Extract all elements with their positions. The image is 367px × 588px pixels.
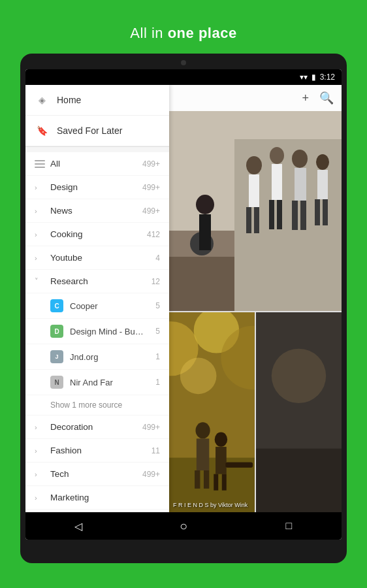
sidebar-divider	[25, 147, 169, 152]
tablet-screen: ▾▾ ▮ 3:12 ◈ Home 🔖 Saved For Later	[25, 69, 342, 540]
sidebar-top-nav: ◈ Home 🔖 Saved For Later	[25, 85, 169, 147]
svg-point-29	[195, 422, 210, 438]
svg-rect-5	[249, 174, 259, 207]
design-label: Design	[50, 182, 142, 192]
tech-label: Tech	[50, 469, 142, 479]
nir-label: Nir And Far	[70, 378, 147, 387]
main-toolbar: + 🔍	[169, 85, 342, 111]
chevron-right-decoration: ›	[35, 423, 45, 431]
sidebar-row-youtube[interactable]: › Youtube 4	[25, 246, 169, 270]
sidebar-row-research[interactable]: ˅ Research 12	[25, 270, 169, 293]
svg-rect-7	[254, 207, 259, 233]
photo-caption-text: F R I E N D S by Viktor Wink	[173, 502, 251, 508]
search-button[interactable]: 🔍	[319, 91, 334, 105]
yellow-photo-svg	[169, 312, 255, 512]
svg-rect-18	[315, 199, 320, 225]
chevron-right-marketing: ›	[35, 494, 45, 502]
nir-count: 1	[147, 378, 160, 387]
research-count: 12	[142, 277, 160, 286]
bookmark-icon: 🔖	[36, 125, 48, 137]
svg-point-4	[246, 156, 262, 174]
svg-rect-11	[277, 200, 282, 229]
chevron-right-cooking: ›	[35, 231, 45, 238]
svg-rect-6	[246, 207, 251, 233]
sidebar-row-all[interactable]: All 499+	[25, 152, 169, 176]
dark-photo-svg	[256, 312, 342, 512]
subitem-cooper[interactable]: C Cooper 5	[25, 293, 169, 319]
designmind-label: Design Mind - Business. Tec	[70, 327, 147, 336]
back-icon: ◁	[74, 520, 82, 532]
chevron-right-news: ›	[35, 207, 45, 215]
fashion-label: Fashion	[50, 446, 142, 455]
all-count: 499+	[142, 159, 160, 169]
decoration-label: Decoration	[50, 422, 142, 432]
tech-count: 499+	[142, 470, 160, 479]
cooking-count: 412	[142, 230, 160, 239]
marketing-label: Marketing	[50, 493, 142, 502]
header-title: All in one place	[130, 25, 236, 42]
sidebar-row-fashion[interactable]: › Fashion 11	[25, 439, 169, 463]
tablet-frame: ▾▾ ▮ 3:12 ◈ Home 🔖 Saved For Later	[20, 54, 347, 563]
jnd-icon: J	[50, 350, 63, 363]
svg-rect-22	[199, 214, 211, 250]
screen-content: ◈ Home 🔖 Saved For Later	[25, 85, 342, 512]
recents-icon: □	[285, 520, 292, 532]
svg-rect-19	[323, 199, 328, 225]
hamburger-icon	[35, 160, 45, 168]
add-button[interactable]: +	[302, 91, 309, 105]
saved-label: Saved For Later	[57, 125, 122, 136]
decoration-count: 499+	[142, 423, 160, 432]
jnd-label: Jnd.org	[70, 352, 147, 362]
sidebar-row-tech[interactable]: › Tech 499+	[25, 463, 169, 486]
sidebar-row-marketing[interactable]: › Marketing	[25, 486, 169, 510]
svg-rect-13	[295, 168, 306, 201]
designmind-icon: D	[50, 325, 63, 338]
sidebar-row-news[interactable]: › News 499+	[25, 199, 169, 223]
home-label: Home	[57, 95, 81, 105]
svg-rect-31	[195, 470, 200, 489]
photo-grid: F R I E N D S by Viktor Wink	[169, 111, 342, 512]
sidebar-row-design[interactable]: › Design 499+	[25, 176, 169, 199]
sidebar-item-home[interactable]: ◈ Home	[25, 85, 169, 116]
cooper-icon: C	[50, 299, 63, 312]
svg-point-8	[270, 147, 284, 164]
news-count: 499+	[142, 206, 160, 216]
subitem-nir[interactable]: N Nir And Far 1	[25, 370, 169, 395]
svg-rect-17	[317, 170, 328, 199]
svg-point-33	[215, 433, 227, 447]
nir-icon: N	[50, 376, 63, 389]
sidebar-item-saved[interactable]: 🔖 Saved For Later	[25, 116, 169, 146]
design-count: 499+	[142, 183, 160, 192]
sidebar-row-decoration[interactable]: › Decoration 499+	[25, 416, 169, 439]
svg-point-12	[292, 150, 308, 168]
sidebar-row-cooking[interactable]: › Cooking 412	[25, 223, 169, 246]
svg-rect-40	[256, 449, 342, 512]
photo-yellow: F R I E N D S by Viktor Wink	[169, 312, 255, 512]
designmind-count: 5	[147, 327, 160, 336]
battery-icon: ▮	[311, 73, 316, 82]
subitem-jnd[interactable]: J Jnd.org 1	[25, 344, 169, 370]
cooper-count: 5	[147, 301, 160, 310]
svg-point-27	[180, 358, 217, 395]
chevron-right-tech: ›	[35, 470, 45, 478]
back-button[interactable]: ◁	[65, 516, 91, 536]
show-more-sources[interactable]: Show 1 more source	[25, 395, 169, 416]
home-button[interactable]: ○	[170, 516, 197, 536]
wifi-icon: ▾▾	[300, 73, 308, 82]
chevron-down-research: ˅	[35, 277, 45, 286]
svg-rect-37	[225, 463, 253, 468]
fashion-count: 11	[142, 446, 160, 455]
jnd-count: 1	[147, 352, 160, 361]
svg-rect-10	[269, 200, 274, 229]
svg-point-39	[272, 349, 326, 403]
research-label: Research	[50, 276, 142, 286]
svg-rect-14	[292, 201, 298, 230]
home-icon: ◈	[36, 94, 48, 106]
main-content: + 🔍	[169, 85, 342, 512]
chevron-right-youtube: ›	[35, 254, 45, 262]
photo-dark-right	[256, 312, 342, 512]
status-time: 3:12	[320, 73, 335, 82]
status-bar: ▾▾ ▮ 3:12	[25, 69, 342, 85]
recents-button[interactable]: □	[276, 516, 302, 536]
subitem-designmind[interactable]: D Design Mind - Business. Tec 5	[25, 319, 169, 344]
